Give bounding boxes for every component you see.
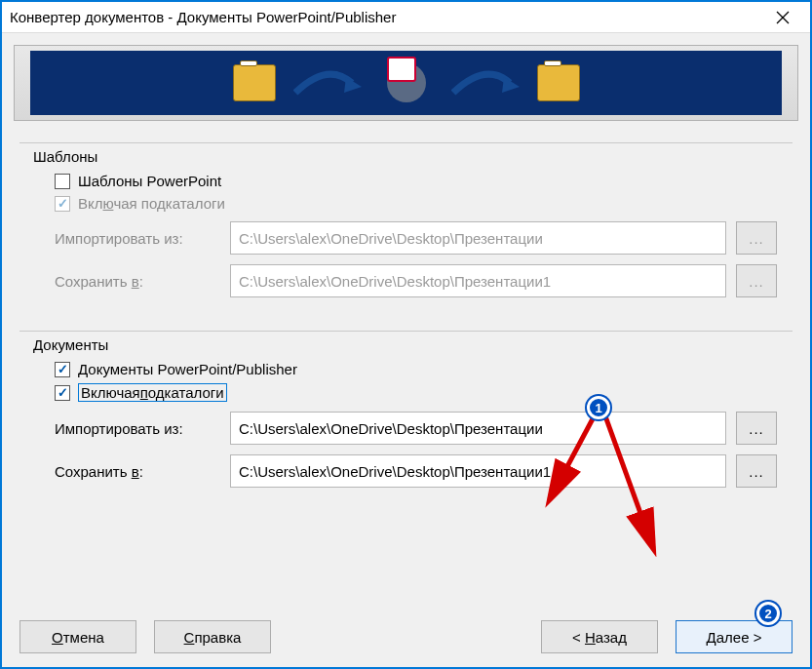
cancel-button[interactable]: Отмена bbox=[19, 620, 136, 653]
banner-graphic bbox=[30, 51, 782, 115]
source-folder-icon bbox=[233, 64, 276, 101]
arrow-icon bbox=[451, 69, 520, 97]
banner bbox=[14, 45, 798, 121]
templates-legend: Шаблоны bbox=[33, 148, 103, 165]
footer: Отмена Справка < Назад Далее > bbox=[2, 620, 810, 653]
converter-icon bbox=[379, 60, 434, 105]
help-button[interactable]: Справка bbox=[154, 620, 271, 653]
templates-fieldset: Шаблоны Шаблоны PowerPoint Включая подка… bbox=[19, 133, 793, 311]
dialog-window: Конвертер документов - Документы PowerPo… bbox=[0, 0, 812, 669]
next-button[interactable]: Далее > bbox=[676, 620, 793, 653]
annotation-badge-2: 2 bbox=[756, 602, 780, 625]
target-folder-icon bbox=[537, 64, 580, 101]
close-button[interactable] bbox=[763, 4, 802, 31]
close-icon bbox=[776, 11, 790, 24]
window-title: Конвертер документов - Документы PowerPo… bbox=[10, 9, 763, 25]
documents-fieldset: Документы Документы PowerPoint/Publisher… bbox=[19, 321, 793, 501]
back-button[interactable]: < Назад bbox=[541, 620, 658, 653]
documents-legend: Документы bbox=[33, 336, 114, 353]
titlebar: Конвертер документов - Документы PowerPo… bbox=[2, 2, 810, 33]
content-area: Шаблоны Шаблоны PowerPoint Включая подка… bbox=[2, 127, 810, 521]
arrow-icon bbox=[293, 69, 362, 97]
annotation-badge-1: 1 bbox=[587, 396, 610, 419]
